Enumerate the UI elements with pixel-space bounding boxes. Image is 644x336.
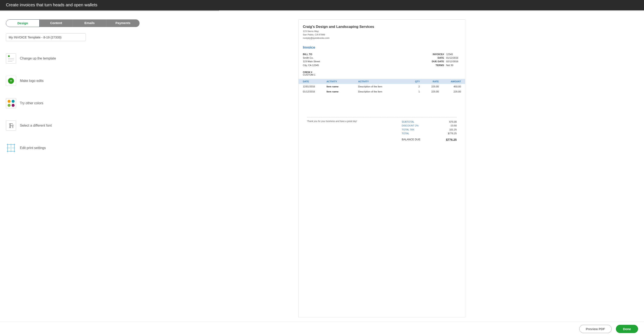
tax-value: 101.25 xyxy=(449,128,457,132)
col-header-amount: AMOUNT xyxy=(439,80,461,83)
bill-to-block: BILL TO Smith Co. 123 Main Street City, … xyxy=(303,53,320,67)
crew-value: CUSTOM-1 xyxy=(303,73,316,76)
discount-label: DISCOUNT 2% xyxy=(402,124,418,128)
tax-label: TOTAL TAX xyxy=(402,128,414,132)
font-icon: Ff xyxy=(6,121,16,131)
bill-to-addr2: City, CA 12345 xyxy=(303,64,319,66)
invoice-preview: Craig's Design and Landscaping Services … xyxy=(298,19,465,318)
summary-block: Thank you for your business and have a g… xyxy=(303,117,461,147)
meta-label: DUE DATE xyxy=(427,60,444,63)
company-name: Craig's Design and Landscaping Services xyxy=(303,25,461,29)
tabs: Design Content Emails Payments xyxy=(6,19,140,27)
option-label: Make logo edits xyxy=(20,79,44,83)
right-pane: Craig's Design and Landscaping Services … xyxy=(296,11,644,322)
crew-label: CREW # xyxy=(303,71,461,73)
total-label: TOTAL xyxy=(402,132,409,135)
progress-strip xyxy=(0,10,644,11)
option-try-colors[interactable]: Try other colors xyxy=(6,98,290,108)
footer-bar: Preview PDF Done xyxy=(0,322,644,336)
invoice-due-date: 02/12/2016 xyxy=(446,60,461,63)
total-value: $776.25 xyxy=(448,132,457,135)
option-label: Try other colors xyxy=(20,101,43,105)
company-address: 123 Sierra Way San Pablo, CA 87999 norep… xyxy=(303,30,461,40)
option-label: Select a different font xyxy=(20,124,52,128)
template-icon xyxy=(6,53,16,63)
company-addr2: San Pablo, CA 87999 xyxy=(303,33,461,36)
cell-rate: 225.00 xyxy=(420,90,439,93)
company-addr1: 123 Sierra Way xyxy=(303,30,461,33)
option-label: Change up the template xyxy=(20,57,56,60)
line-items: DATE ACTIVITY ACTIVITY QTY RATE AMOUNT 1… xyxy=(298,79,465,94)
tab-design[interactable]: Design xyxy=(6,19,40,27)
col-header-qty: QTY xyxy=(407,80,420,83)
discount-value: -13.50 xyxy=(450,124,457,128)
items-spacer xyxy=(307,94,457,117)
line-items-header: DATE ACTIVITY ACTIVITY QTY RATE AMOUNT xyxy=(298,79,465,84)
meta-label: INVOICE# xyxy=(427,53,444,56)
cell-amount: 225.00 xyxy=(439,90,461,93)
option-print-settings[interactable]: Edit print settings xyxy=(6,143,290,153)
col-header-activity: ACTIVITY xyxy=(326,80,358,83)
bill-to-name: Smith Co. xyxy=(303,57,314,59)
cell-date: 01/12/2016 xyxy=(303,90,326,93)
cell-desc: Description of the item xyxy=(358,90,407,93)
subtotal-value: 675.00 xyxy=(449,120,457,124)
balance-value: $776.25 xyxy=(446,137,457,142)
balance-label: BALANCE DUE xyxy=(402,137,420,142)
invoice-number: 12345 xyxy=(446,53,461,56)
header-bar: Create invoices that turn heads and open… xyxy=(0,0,644,10)
cell-qty: 2 xyxy=(407,85,420,88)
colors-icon xyxy=(6,98,16,108)
meta-label: TERMS xyxy=(427,63,444,67)
page-title: Create invoices that turn heads and open… xyxy=(6,2,98,7)
col-header-date: DATE xyxy=(303,80,326,83)
plus-icon: + xyxy=(8,78,14,84)
cell-activity: Item name xyxy=(326,90,358,93)
cell-desc: Description of the item xyxy=(358,85,407,88)
cell-qty: 1 xyxy=(407,90,420,93)
subtotal-label: SUBTOTAL xyxy=(402,120,414,124)
invoice-title: Invoice xyxy=(303,45,461,50)
left-pane: Design Content Emails Payments Change up… xyxy=(0,11,296,322)
cell-rate: 225.00 xyxy=(420,85,439,88)
tab-emails[interactable]: Emails xyxy=(73,19,106,27)
cell-amount: 450.00 xyxy=(439,85,461,88)
line-item-row: 12/01/2016 Item name Description of the … xyxy=(298,84,465,89)
tab-payments[interactable]: Payments xyxy=(106,19,140,27)
bill-to-label: BILL TO xyxy=(303,53,312,55)
totals: SUBTOTAL675.00 DISCOUNT 2%-13.50 TOTAL T… xyxy=(402,120,457,142)
preview-pdf-button[interactable]: Preview PDF xyxy=(579,325,612,333)
option-logo-edits[interactable]: + Make logo edits xyxy=(6,76,290,86)
thank-you-note: Thank you for your business and have a g… xyxy=(307,120,357,122)
invoice-terms: Net 30 xyxy=(446,63,461,67)
option-select-font[interactable]: Ff Select a different font xyxy=(6,121,290,131)
main-area: Design Content Emails Payments Change up… xyxy=(0,11,644,322)
print-settings-icon xyxy=(6,143,16,153)
template-name-input[interactable] xyxy=(6,33,86,41)
cell-date: 12/01/2016 xyxy=(303,85,326,88)
meta-label: DATE xyxy=(427,56,444,60)
invoice-meta: INVOICE#12345 DATE01/12/2016 DUE DATE02/… xyxy=(427,53,461,67)
line-item-row: 01/12/2016 Item name Description of the … xyxy=(298,89,465,94)
invoice-date: 01/12/2016 xyxy=(446,56,461,60)
bill-to-addr1: 123 Main Street xyxy=(303,60,320,63)
col-header-desc: ACTIVITY xyxy=(358,80,407,83)
tab-content[interactable]: Content xyxy=(40,19,73,27)
option-change-template[interactable]: Change up the template xyxy=(6,53,290,63)
company-email: noreply@quickbooks.com xyxy=(303,36,461,40)
done-button[interactable]: Done xyxy=(616,325,638,333)
crew-block: CREW # CUSTOM-1 xyxy=(303,71,461,76)
cell-activity: Item name xyxy=(326,85,358,88)
add-logo-icon: + xyxy=(6,76,16,86)
col-header-rate: RATE xyxy=(420,80,439,83)
option-label: Edit print settings xyxy=(20,146,46,150)
